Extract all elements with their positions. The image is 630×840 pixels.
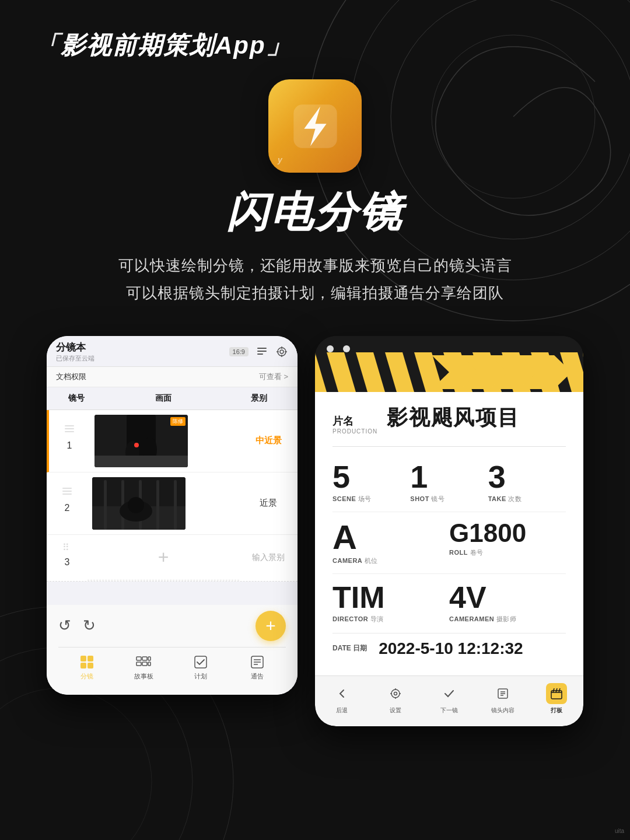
nav-back-button[interactable]: 后退 [315,683,369,715]
shot-table: 1 [47,410,298,582]
table-row[interactable]: ⠿ 3 + 输入景别 [47,535,298,582]
svg-rect-11 [257,354,263,355]
nav-back-label: 后退 [336,706,348,715]
svg-rect-32 [104,480,107,530]
table-header: 镜号 画面 景别 [47,387,298,410]
svg-rect-42 [88,663,93,668]
right-phone-nav: 后退 [315,676,583,726]
svg-rect-20 [65,431,74,432]
left-phone-header: 分镜本 已保存至云端 16:9 [47,336,298,367]
bottom-toolbar: ↺ ↻ + [47,605,298,695]
svg-line-73 [556,688,557,692]
add-shot-button[interactable]: + [88,535,239,580]
undo-button[interactable]: ↺ [58,617,71,635]
divider [332,446,566,447]
nav-item-storyboard[interactable]: 故事板 [116,652,173,683]
table-row[interactable]: 1 [47,410,298,473]
camera-value: A [332,520,449,554]
drag-handle-icon [65,425,74,432]
svg-rect-39 [80,656,86,662]
svg-rect-48 [148,662,150,666]
scene-label: SCENE 场号 [332,495,410,503]
nav-next-label: 下一镜 [440,706,458,715]
cameraman-value: 4V [449,582,566,612]
roll-cell: G1800 ROLL 卷号 [449,516,566,570]
svg-rect-10 [257,351,267,352]
notice-nav-icon [250,654,265,670]
nav-settings-button[interactable]: 设置 [369,683,422,715]
right-phone-mockup: 片名 PRODUCTION 影视飓风项目 5 SCENE 场号 [315,336,583,726]
settings-target-icon [389,687,402,700]
take-cell: 3 TAKE 次数 [488,456,566,508]
svg-line-72 [553,688,554,692]
table-row[interactable]: 2 [47,473,298,535]
left-phone-mockup: 分镜本 已保存至云端 16:9 [47,336,298,695]
shot-cell: 1 SHOT 镜号 [410,456,488,508]
shot-value: 1 [410,461,488,492]
schedule-nav-icon [193,654,208,670]
permission-label: 文档权限 [56,372,86,382]
shot-image-2 [92,477,186,530]
date-row: DATE 日期 2022-5-10 12:12:32 [332,633,566,664]
scene-type-placeholder: 输入景别 [239,552,298,563]
app-description: 可以快速绘制分镜，还能用故事版来预览自己的镜头语言 可以根据镜头制定拍摄计划，编… [118,252,512,307]
chevron-pattern [315,352,583,392]
nav-label-storyboard: 故事板 [134,672,153,681]
shot-label: SHOT 镜号 [410,495,488,503]
aspect-ratio-badge[interactable]: 16:9 [229,347,249,356]
cameraman-label: CAMERAMEN 摄影师 [449,615,566,624]
svg-point-61 [394,692,397,695]
content-icon [496,687,509,700]
svg-rect-35 [156,480,159,530]
bottom-nav: 分镜 故事板 [58,647,286,683]
svg-rect-27 [62,488,72,489]
nav-item-notice[interactable]: 通告 [229,652,286,683]
svg-rect-19 [65,428,74,429]
checkmark-icon [443,687,456,700]
svg-rect-47 [148,657,150,660]
nav-label-notice: 通告 [251,672,264,681]
drag-handle-icon [62,488,72,495]
settings-icon[interactable] [275,345,288,358]
permission-link[interactable]: 可查看 > [259,372,288,382]
svg-point-12 [278,348,286,356]
watermark: uita [615,828,624,834]
shotlist-nav-icon [79,654,94,670]
redo-button[interactable]: ↻ [83,617,96,635]
production-label-en: PRODUCTION [332,428,377,435]
camera-dot-1 [327,345,334,352]
date-label: DATE 日期 [332,643,367,653]
svg-point-60 [391,690,400,698]
svg-rect-29 [62,494,72,495]
shot-number-1: 1 [61,435,78,457]
camera-cell: A CAMERA 机位 [332,516,449,570]
take-value: 3 [488,461,566,492]
nav-next-button[interactable]: 下一镜 [422,683,476,715]
svg-rect-41 [80,663,86,668]
take-label: TAKE 次数 [488,495,566,503]
director-label: DIRECTOR 导演 [332,615,449,624]
nav-label-schedule: 计划 [194,672,207,681]
nav-content-button[interactable]: 镜头内容 [476,683,530,715]
camera-label: CAMERA 机位 [332,556,449,565]
nav-label-shotlist: 分镜 [80,672,93,681]
col-shot-number: 镜号 [56,393,97,404]
director-cell: TIM DIRECTOR 导演 [332,578,449,628]
add-fab-button[interactable]: + [256,611,286,641]
nav-item-schedule[interactable]: 计划 [172,652,229,683]
header-tag: 「影视前期策划App」 [35,29,292,62]
cloud-save-status: 已保存至云端 [56,354,94,363]
date-value: 2022-5-10 12:12:32 [379,639,523,658]
roll-value: G1800 [449,520,566,546]
list-icon[interactable] [256,345,268,358]
scene-value: 5 [332,461,410,492]
nav-settings-label: 设置 [390,706,401,715]
nav-clapperboard-button[interactable]: 打板 [530,683,583,715]
app-icon: y [268,79,362,173]
nav-item-shotlist[interactable]: 分镜 [58,652,116,683]
svg-rect-25 [94,456,188,467]
svg-rect-43 [136,657,141,660]
col-image: 画面 [97,393,230,404]
director-camera-grid: TIM DIRECTOR 导演 4V CAMERAMEN 摄影师 [332,578,566,628]
svg-rect-46 [142,662,147,666]
